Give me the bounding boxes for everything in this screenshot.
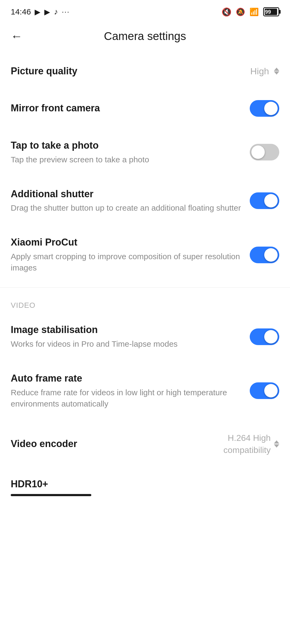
setting-item-auto-frame-rate: Auto frame rate Reduce frame rate for vi…: [11, 361, 279, 421]
toggle-additional-shutter[interactable]: [250, 192, 279, 209]
setting-content-mirror-front-camera: Mirror front camera: [11, 102, 250, 115]
video-encoder-value: H.264 Highcompatibility: [223, 432, 271, 456]
back-button[interactable]: ←: [8, 27, 25, 46]
chevron-down-encoder-icon: [274, 444, 279, 448]
setting-content-video-encoder: Video encoder: [11, 438, 223, 450]
section-header-video: VIDEO: [0, 290, 290, 312]
toggle-mirror-front-camera[interactable]: [250, 100, 279, 117]
status-right: 🔇 🔕 📶 99: [222, 7, 279, 17]
setting-item-video-encoder[interactable]: Video encoder H.264 Highcompatibility: [11, 421, 279, 467]
setting-title-mirror-front-camera: Mirror front camera: [11, 102, 242, 115]
setting-subtitle-tap-to-take-photo: Tap the preview screen to take a photo: [11, 154, 242, 165]
chevron-updown-icon: [274, 68, 279, 75]
toggle-image-stabilisation[interactable]: [250, 328, 279, 345]
toggle-thumb-stabilisation: [264, 330, 278, 343]
media-play-icon: ▶: [35, 8, 41, 16]
header: ← Camera settings: [0, 21, 290, 54]
setting-title-xiaomi-procut: Xiaomi ProCut: [11, 236, 242, 249]
setting-title-video-encoder: Video encoder: [11, 438, 215, 450]
section-divider: [0, 287, 290, 288]
status-time: 14:46: [11, 7, 31, 16]
setting-content-additional-shutter: Additional shutter Drag the shutter butt…: [11, 188, 250, 214]
setting-item-image-stabilisation: Image stabilisation Works for videos in …: [11, 312, 279, 361]
silent-icon: 🔕: [236, 8, 245, 16]
setting-content-auto-frame-rate: Auto frame rate Reduce frame rate for vi…: [11, 372, 250, 409]
status-bar: 14:46 ▶ ▶ ♪ ··· 🔇 🔕 📶 99: [0, 0, 290, 21]
toggle-auto-frame-rate[interactable]: [250, 382, 279, 399]
toggle-thumb-mirror: [264, 102, 278, 115]
setting-title-tap-to-take-photo: Tap to take a photo: [11, 139, 242, 152]
picture-quality-dropdown[interactable]: High: [250, 66, 279, 76]
hdr-bar: [11, 494, 91, 496]
setting-item-xiaomi-procut: Xiaomi ProCut Apply smart cropping to im…: [11, 225, 279, 285]
toggle-thumb-tap: [251, 145, 265, 159]
video-settings-list: Image stabilisation Works for videos in …: [0, 312, 290, 467]
setting-content-xiaomi-procut: Xiaomi ProCut Apply smart cropping to im…: [11, 236, 250, 273]
setting-subtitle-image-stabilisation: Works for videos in Pro and Time-lapse m…: [11, 338, 242, 350]
media-play-icon-2: ▶: [44, 8, 50, 16]
setting-subtitle-xiaomi-procut: Apply smart cropping to improve composit…: [11, 251, 242, 273]
toggle-thumb-procut: [264, 248, 278, 262]
hdr-title: HDR10+: [11, 478, 279, 490]
picture-quality-value: High: [250, 66, 269, 76]
more-icon: ···: [62, 8, 70, 16]
setting-title-additional-shutter: Additional shutter: [11, 188, 242, 200]
setting-subtitle-additional-shutter: Drag the shutter button up to create an …: [11, 202, 242, 214]
status-left: 14:46 ▶ ▶ ♪ ···: [11, 7, 70, 16]
toggle-tap-to-take-photo[interactable]: [250, 144, 279, 160]
setting-item-additional-shutter: Additional shutter Drag the shutter butt…: [11, 177, 279, 225]
battery-icon: 99: [263, 7, 279, 16]
settings-list: Picture quality High Mirror front camera…: [0, 54, 290, 285]
setting-item-tap-to-take-photo: Tap to take a photo Tap the preview scre…: [11, 128, 279, 177]
setting-content-tap-to-take-photo: Tap to take a photo Tap the preview scre…: [11, 139, 250, 165]
setting-item-picture-quality[interactable]: Picture quality High: [11, 54, 279, 89]
setting-item-hdr10: HDR10+: [0, 467, 290, 502]
tiktok-icon: ♪: [54, 7, 58, 16]
wifi-icon: 📶: [249, 8, 259, 16]
toggle-thumb-shutter: [264, 194, 278, 207]
setting-title-image-stabilisation: Image stabilisation: [11, 324, 242, 336]
chevron-up-encoder-icon: [274, 440, 279, 444]
mute-icon: 🔇: [222, 7, 231, 17]
setting-content-image-stabilisation: Image stabilisation Works for videos in …: [11, 324, 250, 350]
setting-item-mirror-front-camera: Mirror front camera: [11, 89, 279, 128]
setting-content-picture-quality: Picture quality: [11, 65, 250, 78]
setting-title-picture-quality: Picture quality: [11, 65, 242, 78]
page-title: Camera settings: [104, 30, 186, 43]
video-encoder-dropdown[interactable]: H.264 Highcompatibility: [223, 432, 279, 456]
setting-subtitle-auto-frame-rate: Reduce frame rate for videos in low ligh…: [11, 387, 242, 409]
setting-title-auto-frame-rate: Auto frame rate: [11, 372, 242, 385]
toggle-xiaomi-procut[interactable]: [250, 247, 279, 263]
